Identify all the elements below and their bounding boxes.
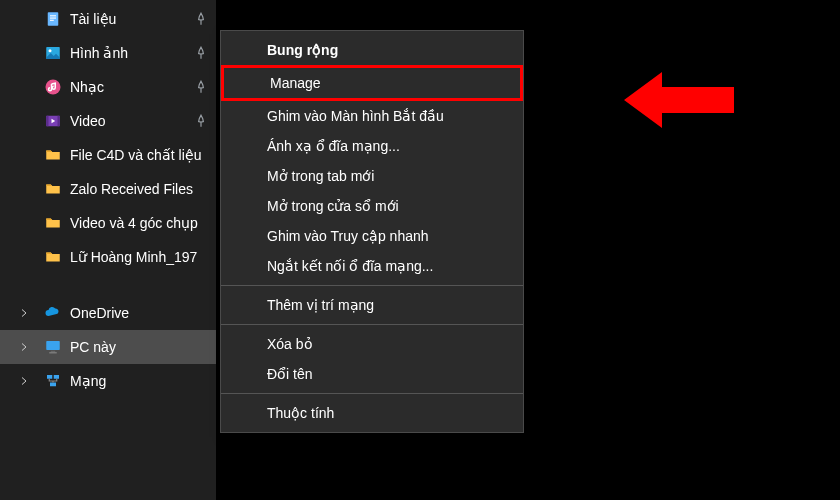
menu-item-label: Thuộc tính (267, 405, 334, 421)
menu-item-manage[interactable]: Manage (221, 65, 523, 101)
svg-rect-2 (50, 18, 56, 19)
sidebar-item-video[interactable]: Video (0, 104, 216, 138)
sidebar-item-label: Mạng (70, 373, 106, 389)
menu-item-add-network-location[interactable]: Thêm vị trí mạng (221, 290, 523, 320)
annotation-arrow-icon (624, 72, 734, 128)
svg-rect-10 (46, 341, 60, 350)
menu-item-label: Thêm vị trí mạng (267, 297, 374, 313)
sidebar-item-network[interactable]: Mạng (0, 364, 216, 398)
menu-item-label: Bung rộng (267, 42, 338, 58)
network-icon (44, 372, 62, 390)
menu-item-label: Ánh xạ ổ đĩa mạng... (267, 138, 400, 154)
navigation-sidebar: Tài liệu Hình ảnh Nhạc Video File C4D và… (0, 0, 216, 500)
menu-item-label: Xóa bỏ (267, 336, 313, 352)
chevron-right-icon (18, 307, 30, 319)
context-menu: Bung rộng Manage Ghim vào Màn hình Bắt đ… (220, 30, 524, 433)
sidebar-item-label: File C4D và chất liệu (70, 147, 202, 163)
menu-separator (221, 324, 523, 325)
menu-item-label: Ngắt kết nối ổ đĩa mạng... (267, 258, 433, 274)
sidebar-item-music[interactable]: Nhạc (0, 70, 216, 104)
svg-rect-1 (50, 15, 56, 16)
sidebar-item-label: OneDrive (70, 305, 129, 321)
menu-item-expand[interactable]: Bung rộng (221, 35, 523, 65)
pin-icon (194, 46, 208, 60)
folder-icon (44, 248, 62, 266)
sidebar-item-label: Video và 4 góc chụp (70, 215, 198, 231)
menu-item-delete[interactable]: Xóa bỏ (221, 329, 523, 359)
chevron-right-icon (18, 341, 30, 353)
svg-rect-12 (49, 352, 57, 353)
folder-icon (44, 146, 62, 164)
svg-rect-15 (50, 383, 56, 387)
pin-icon (194, 114, 208, 128)
sidebar-item-label: Hình ảnh (70, 45, 128, 61)
sidebar-item-label: Video (70, 113, 106, 129)
pin-icon (194, 80, 208, 94)
sidebar-item-folder[interactable]: Lữ Hoàng Minh_197 (0, 240, 216, 274)
svg-rect-8 (46, 116, 48, 127)
menu-separator (221, 285, 523, 286)
sidebar-item-folder[interactable]: File C4D và chất liệu (0, 138, 216, 172)
menu-item-rename[interactable]: Đổi tên (221, 359, 523, 389)
sidebar-item-label: Lữ Hoàng Minh_197 (70, 249, 197, 265)
sidebar-item-label: PC này (70, 339, 116, 355)
menu-item-map-drive[interactable]: Ánh xạ ổ đĩa mạng... (221, 131, 523, 161)
menu-item-label: Đổi tên (267, 366, 313, 382)
sidebar-item-folder[interactable]: Zalo Received Files (0, 172, 216, 206)
menu-item-pin-start[interactable]: Ghim vào Màn hình Bắt đầu (221, 101, 523, 131)
document-icon (44, 10, 62, 28)
menu-item-open-new-window[interactable]: Mở trong cửa sổ mới (221, 191, 523, 221)
svg-rect-0 (48, 12, 59, 26)
picture-icon (44, 44, 62, 62)
sidebar-item-folder[interactable]: Video và 4 góc chụp (0, 206, 216, 240)
chevron-right-icon (18, 375, 30, 387)
menu-item-disconnect-drive[interactable]: Ngắt kết nối ổ đĩa mạng... (221, 251, 523, 281)
section-divider (0, 274, 216, 296)
menu-item-open-new-tab[interactable]: Mở trong tab mới (221, 161, 523, 191)
svg-rect-9 (58, 116, 60, 127)
svg-rect-3 (50, 20, 54, 21)
monitor-icon (44, 338, 62, 356)
sidebar-item-label: Nhạc (70, 79, 104, 95)
sidebar-item-documents[interactable]: Tài liệu (0, 2, 216, 36)
pin-icon (194, 12, 208, 26)
svg-rect-13 (47, 375, 52, 379)
menu-separator (221, 393, 523, 394)
sidebar-item-label: Tài liệu (70, 11, 116, 27)
sidebar-item-this-pc[interactable]: PC này (0, 330, 216, 364)
sidebar-item-label: Zalo Received Files (70, 181, 193, 197)
menu-item-label: Mở trong tab mới (267, 168, 374, 184)
music-icon (44, 78, 62, 96)
sidebar-item-pictures[interactable]: Hình ảnh (0, 36, 216, 70)
menu-item-pin-quick-access[interactable]: Ghim vào Truy cập nhanh (221, 221, 523, 251)
svg-rect-14 (54, 375, 59, 379)
svg-rect-11 (51, 351, 56, 353)
svg-point-5 (49, 49, 52, 52)
menu-item-label: Ghim vào Truy cập nhanh (267, 228, 429, 244)
cloud-icon (44, 304, 62, 322)
folder-icon (44, 180, 62, 198)
video-icon (44, 112, 62, 130)
folder-icon (44, 214, 62, 232)
menu-item-properties[interactable]: Thuộc tính (221, 398, 523, 428)
menu-item-label: Manage (270, 75, 321, 91)
menu-item-label: Mở trong cửa sổ mới (267, 198, 399, 214)
sidebar-item-onedrive[interactable]: OneDrive (0, 296, 216, 330)
menu-item-label: Ghim vào Màn hình Bắt đầu (267, 108, 444, 124)
